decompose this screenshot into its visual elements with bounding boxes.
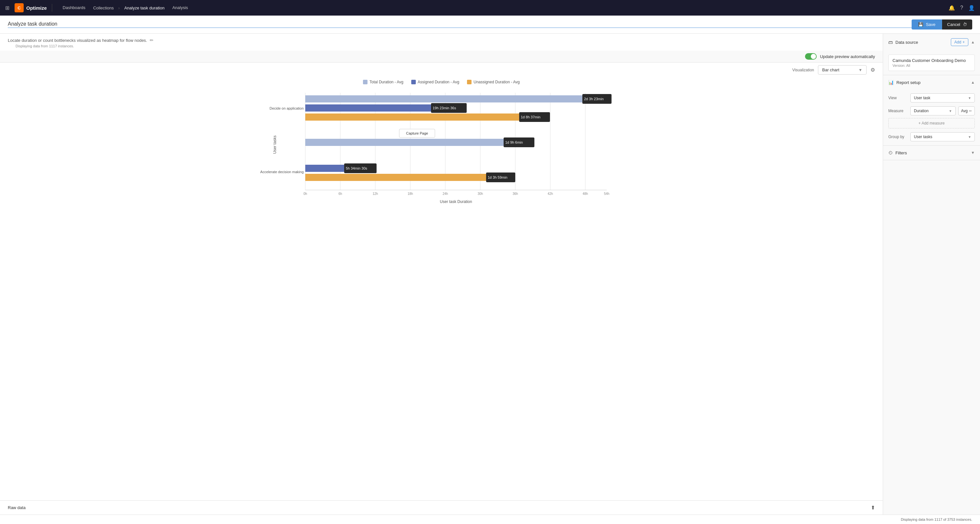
auto-update-toggle[interactable] <box>805 53 817 60</box>
chart-instances: Displaying data from 1117 instances. <box>8 43 875 49</box>
svg-text:5h 34min 30s: 5h 34min 30s <box>346 166 368 170</box>
top-navigation: ⊞ C Optimize Dashboards Collections › An… <box>0 0 980 16</box>
report-header: 💾 Save Cancel ⏱ <box>0 16 980 34</box>
save-button[interactable]: 💾 Save <box>912 19 942 30</box>
report-setup-header[interactable]: 📊 Report setup ▲ <box>883 75 980 89</box>
svg-text:48h: 48h <box>583 192 588 196</box>
bar-capture-total[interactable] <box>305 139 504 146</box>
app-name: Optimize <box>26 5 47 11</box>
nav-divider <box>52 4 52 12</box>
bar-chart-area: 2d 3h 23min 19h 23min 36s 1d 8h 37min De… <box>0 89 883 500</box>
svg-text:User task Duration: User task Duration <box>440 199 472 204</box>
filters-title: ⏲ Filters <box>888 150 907 155</box>
data-source-content: Camunda Customer Onboarding Demo Version… <box>883 51 980 75</box>
svg-text:36h: 36h <box>513 192 518 196</box>
chart-toolbar: Visualization Bar chart ▼ ⚙ <box>0 62 883 77</box>
chart-panel: Locate duration or count bottlenecks vis… <box>0 34 883 514</box>
legend-dot-unassigned <box>467 80 471 84</box>
bar-decide-unassigned[interactable] <box>305 113 519 121</box>
visualization-label: Visualization <box>792 68 814 72</box>
svg-text:24h: 24h <box>443 192 448 196</box>
svg-text:Decide on application: Decide on application <box>270 106 304 110</box>
legend-dot-total <box>363 80 368 84</box>
header-actions: 💾 Save Cancel ⏱ <box>912 19 972 30</box>
bar-accelerate-assigned[interactable] <box>305 165 344 172</box>
svg-text:1d 3h 59min: 1d 3h 59min <box>488 175 508 179</box>
breadcrumb-current: Analyze task duration <box>121 5 167 10</box>
group-by-select[interactable]: User tasks ▼ <box>910 132 975 142</box>
filters-section: ⏲ Filters ▼ <box>883 146 980 160</box>
cancel-button[interactable]: Cancel ⏱ <box>942 19 972 30</box>
filters-header[interactable]: ⏲ Filters ▼ <box>883 146 980 160</box>
cancel-clock-icon: ⏱ <box>963 22 967 27</box>
view-row: View User task ▼ <box>888 93 975 102</box>
svg-text:1d 9h 6min: 1d 9h 6min <box>505 140 523 144</box>
legend-dot-assigned <box>411 80 416 84</box>
data-source-title: 🗃 Data source <box>888 40 918 45</box>
edit-avg-icon: ✏ <box>969 109 972 113</box>
status-bar: Displaying data from 1117 of 3753 instan… <box>0 514 980 524</box>
data-source-collapse-icon: ▲ <box>971 40 975 45</box>
svg-text:6h: 6h <box>338 192 342 196</box>
svg-text:Accelerate decision making: Accelerate decision making <box>260 170 304 174</box>
bar-decide-assigned[interactable] <box>305 104 431 111</box>
toggle-knob <box>811 54 816 59</box>
save-icon: 💾 <box>918 22 923 27</box>
chart-description: Locate duration or count bottlenecks vis… <box>8 38 875 43</box>
user-icon[interactable]: 👤 <box>968 5 975 11</box>
report-setup-content: View User task ▼ Measure Duration ▼ <box>883 89 980 145</box>
svg-text:1d 8h 37min: 1d 8h 37min <box>521 115 541 119</box>
measure-select[interactable]: Duration ▼ <box>910 106 956 115</box>
chevron-down-icon: ▼ <box>968 96 971 100</box>
legend-item-unassigned: Unassigned Duration - Avg <box>467 80 520 84</box>
auto-update-label: Update preview automatically <box>820 54 875 59</box>
breadcrumb-separator: › <box>118 5 119 10</box>
chart-legend: Total Duration - Avg Assigned Duration -… <box>0 77 883 89</box>
bar-decide-total[interactable] <box>305 96 582 102</box>
measure-chevron-icon: ▼ <box>949 109 952 113</box>
report-setup-title: 📊 Report setup <box>888 80 920 85</box>
data-source-item[interactable]: Camunda Customer Onboarding Demo Version… <box>888 54 975 71</box>
measure-avg-select[interactable]: Avg ✏ <box>958 106 975 115</box>
nav-links: Dashboards Collections › Analyze task du… <box>57 0 193 16</box>
legend-item-assigned: Assigned Duration - Avg <box>411 80 460 84</box>
add-measure-button[interactable]: + Add measure <box>888 118 975 128</box>
right-panel: 🗃 Data source Add + ▲ Camunda Customer O… <box>883 34 980 514</box>
measure-row: Measure Duration ▼ Avg ✏ <box>888 106 975 115</box>
group-by-row: Group by User tasks ▼ <box>888 132 975 142</box>
bar-chart-svg: 2d 3h 23min 19h 23min 36s 1d 8h 37min De… <box>13 89 870 206</box>
grid-icon[interactable]: ⊞ <box>5 5 10 11</box>
nav-analysis[interactable]: Analysis <box>167 0 193 16</box>
visualization-select-text: Bar chart <box>822 67 839 72</box>
filter-icon: ⏲ <box>888 150 893 155</box>
chart-meta: Locate duration or count bottlenecks vis… <box>0 34 883 51</box>
svg-text:18h: 18h <box>408 192 413 196</box>
svg-text:19h 23min 36s: 19h 23min 36s <box>433 106 456 110</box>
chart-settings-icon[interactable]: ⚙ <box>870 67 875 73</box>
svg-text:30h: 30h <box>478 192 483 196</box>
nav-right-icons: 🔔 ? 👤 <box>948 5 975 11</box>
legend-item-total: Total Duration - Avg <box>363 80 404 84</box>
export-icon[interactable]: ⬆ <box>871 505 875 511</box>
help-icon[interactable]: ? <box>960 5 963 11</box>
filters-collapse-icon: ▼ <box>971 150 975 155</box>
data-source-section: 🗃 Data source Add + ▲ Camunda Customer O… <box>883 34 980 75</box>
app-logo: C Optimize <box>14 3 47 12</box>
visualization-select[interactable]: Bar chart ▼ <box>818 65 867 75</box>
data-source-add-button[interactable]: Add + <box>951 38 968 46</box>
svg-text:2d 3h 23min: 2d 3h 23min <box>584 97 604 101</box>
status-text: Displaying data from 1117 of 3753 instan… <box>901 518 972 521</box>
bar-accelerate-unassigned[interactable] <box>305 174 486 181</box>
logo-box: C <box>14 3 24 12</box>
nav-dashboards[interactable]: Dashboards <box>57 0 91 16</box>
data-source-header[interactable]: 🗃 Data source Add + ▲ <box>883 34 980 51</box>
report-title-input[interactable] <box>8 21 912 28</box>
nav-breadcrumb: Collections › Analyze task duration <box>91 5 167 10</box>
description-edit-icon[interactable]: ✏ <box>150 38 154 43</box>
raw-data-label: Raw data <box>8 505 25 510</box>
report-setup-collapse-icon: ▲ <box>971 80 975 84</box>
notification-icon[interactable]: 🔔 <box>948 5 955 11</box>
breadcrumb-collections[interactable]: Collections <box>91 5 116 10</box>
report-setup-section: 📊 Report setup ▲ View User task ▼ <box>883 75 980 146</box>
view-select[interactable]: User task ▼ <box>910 93 975 102</box>
